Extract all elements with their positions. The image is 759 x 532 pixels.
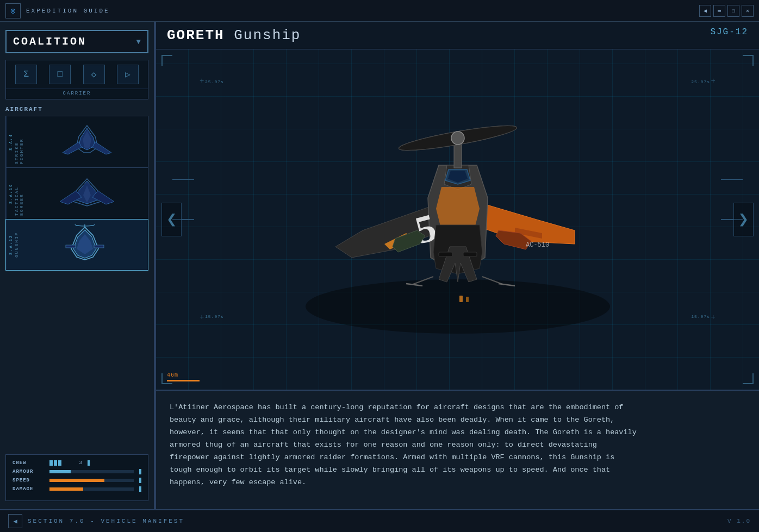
crew-dot-1 [49, 460, 53, 466]
nav-arrow-left[interactable]: ❮ [161, 203, 182, 236]
damage-label: DAMAGE [13, 486, 45, 492]
svg-point-27 [451, 132, 464, 145]
version-text: V 1.0 [727, 518, 751, 524]
aircraft-section-title: AIRCRAFT [5, 106, 148, 112]
coalition-label: COALITION [13, 35, 86, 48]
carrier-label: CARRIER [6, 89, 148, 99]
vehicle-description: L'Atiiner Aerospace has built a century-… [170, 402, 637, 489]
scale-indicator: 46m [167, 372, 200, 381]
vehicle-name: GORETH Gunship [167, 27, 301, 43]
armour-label: ARMOUR [13, 469, 45, 474]
stats-panel: CREW 3 ARMOUR SPEED [5, 454, 148, 501]
bottom-bar: ◀ SECTION 7.0 - VEHICLE MANIFEST V 1.0 [0, 509, 759, 532]
speed-end-marker [139, 478, 141, 483]
svg-rect-37 [463, 252, 477, 256]
nav-arrow-right[interactable]: ❯ [733, 203, 754, 236]
svg-marker-3 [63, 142, 82, 154]
crew-dots [49, 460, 61, 466]
vehicle-model-code: SJG-12 [710, 27, 748, 37]
main-content: COALITION ▼ Σ □ ◇ ▷ CARRIER AIRCRAFT S.A… [0, 22, 759, 509]
title-bar: ◎ EXPEDITION GUIDE ◀ ▬ ❐ ✕ [0, 0, 759, 22]
stat-row-speed: SPEED [13, 478, 141, 483]
svg-text:AC-510: AC-510 [526, 241, 549, 249]
speed-bar-container [49, 479, 134, 482]
gunship-image [21, 220, 148, 270]
crew-dot-2 [54, 460, 57, 466]
coalition-selector[interactable]: COALITION ▼ [5, 30, 148, 53]
svg-marker-4 [92, 142, 111, 154]
crew-end-marker [88, 460, 90, 466]
carrier-section: Σ □ ◇ ▷ CARRIER [5, 60, 148, 99]
speed-bar [49, 479, 104, 482]
app-icon: ◎ [5, 3, 21, 18]
bottom-nav-button[interactable]: ◀ [8, 514, 22, 528]
vehicle-header: GORETH Gunship SJG-12 [156, 22, 759, 49]
title-bar-left: ◎ EXPEDITION GUIDE [5, 3, 110, 18]
coalition-dropdown-icon: ▼ [136, 37, 141, 46]
left-panel: COALITION ▼ Σ □ ◇ ▷ CARRIER AIRCRAFT S.A… [0, 22, 155, 509]
win-close-button[interactable]: ✕ [742, 5, 754, 17]
svg-rect-15 [66, 245, 76, 248]
crew-dot-3 [58, 460, 61, 466]
svg-rect-36 [439, 252, 452, 256]
stat-row-damage: DAMAGE [13, 486, 141, 492]
window-controls: ◀ ▬ ❐ ✕ [699, 5, 754, 17]
vehicle-name-suffix: Gunship [225, 27, 301, 43]
crew-label: CREW [13, 460, 45, 466]
win-prev-button[interactable]: ◀ [699, 5, 711, 17]
gunship-label: S.A:12 GUNSHIP [6, 220, 21, 270]
carrier-icon-diamond[interactable]: ◇ [83, 65, 105, 84]
svg-rect-39 [459, 296, 463, 302]
stat-row-crew: CREW 3 [13, 460, 141, 466]
win-restore-button[interactable]: ❐ [727, 5, 739, 17]
vehicle-name-bold: GORETH [167, 27, 225, 43]
armour-bar-container [49, 470, 134, 473]
aircraft-item-strike-fighter[interactable]: S.A:4 STRIKE FIGHTER [5, 116, 148, 167]
armour-end-marker [139, 469, 141, 474]
aircraft-item-gunship[interactable]: S.A:12 GUNSHIP [5, 219, 148, 271]
armour-bar [49, 470, 71, 473]
tactical-bomber-label: S.A:19 TACTICAL BOMBER [6, 168, 26, 219]
app-title: EXPEDITION GUIDE [26, 8, 110, 14]
strike-fighter-label: S.A:4 STRIKE FIGHTER [6, 116, 26, 167]
svg-point-17 [306, 279, 610, 334]
svg-rect-16 [94, 245, 104, 248]
strike-fighter-image [26, 116, 148, 167]
damage-bar-container [49, 487, 134, 491]
carrier-icon-square[interactable]: □ [49, 65, 71, 84]
carrier-icon-arrow[interactable]: ▷ [117, 65, 139, 84]
win-minimize-button[interactable]: ▬ [713, 5, 725, 17]
vehicle-name-container: GORETH Gunship [167, 27, 301, 43]
aircraft-list: S.A:4 STRIKE FIGHTER [5, 116, 148, 271]
aircraft-item-tactical-bomber[interactable]: S.A:19 TACTICAL BOMBER [5, 167, 148, 219]
aircraft-section: AIRCRAFT S.A:4 STRIKE FIGHTER [5, 106, 148, 271]
bottom-left: ◀ SECTION 7.0 - VEHICLE MANIFEST [8, 514, 184, 528]
scale-bar [167, 380, 200, 381]
damage-end-marker [139, 486, 141, 492]
stat-row-armour: ARMOUR [13, 469, 141, 474]
speed-label: SPEED [13, 478, 45, 483]
vehicle-display: 25.07s 25.07s 15.07s 15.07s + + + + + [156, 49, 759, 390]
tactical-bomber-image [26, 168, 148, 219]
section-text: SECTION 7.0 - VEHICLE MANIFEST [28, 518, 184, 524]
description-panel: L'Atiiner Aerospace has built a century-… [156, 390, 759, 509]
crew-value: 3 [66, 460, 82, 466]
svg-rect-40 [466, 297, 469, 302]
scale-label: 46m [167, 372, 200, 378]
damage-bar [49, 487, 83, 491]
carrier-icons: Σ □ ◇ ▷ [6, 60, 148, 89]
gunship-artwork: 5 [156, 49, 759, 390]
right-panel: GORETH Gunship SJG-12 25.07s 25.07s 15.0… [156, 22, 759, 509]
carrier-icon-sigma[interactable]: Σ [15, 65, 37, 84]
